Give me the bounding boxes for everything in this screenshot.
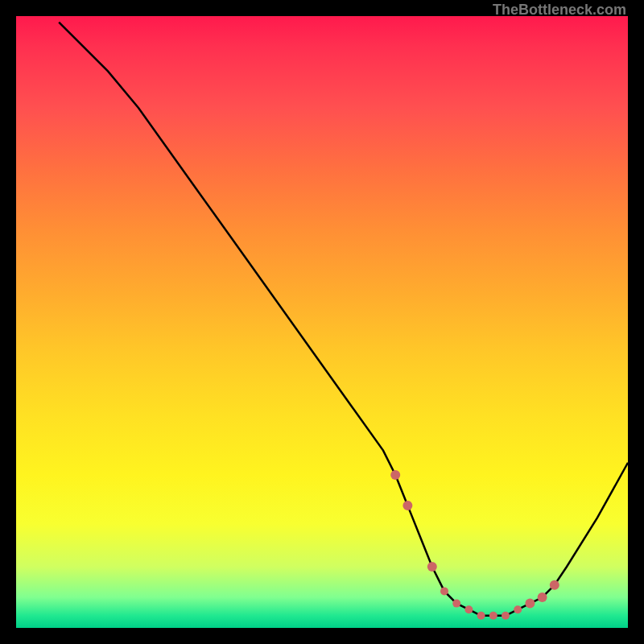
data-point xyxy=(440,587,448,595)
data-point xyxy=(525,599,535,609)
data-point xyxy=(538,592,547,602)
chart-svg xyxy=(16,16,628,628)
attribution-text: TheBottleneck.com xyxy=(493,2,626,19)
data-point xyxy=(390,470,400,480)
data-point xyxy=(514,605,522,613)
data-point xyxy=(464,605,473,613)
data-point xyxy=(427,562,437,572)
data-point xyxy=(402,501,412,510)
data-point xyxy=(452,600,460,608)
data-point xyxy=(477,612,485,620)
data-point xyxy=(502,612,510,620)
chart-container: TheBottleneck.com xyxy=(0,0,644,644)
plot-area xyxy=(16,16,628,628)
highlighted-points xyxy=(390,470,559,620)
data-point xyxy=(489,612,497,620)
data-point xyxy=(550,580,559,590)
curve-line xyxy=(59,23,628,616)
